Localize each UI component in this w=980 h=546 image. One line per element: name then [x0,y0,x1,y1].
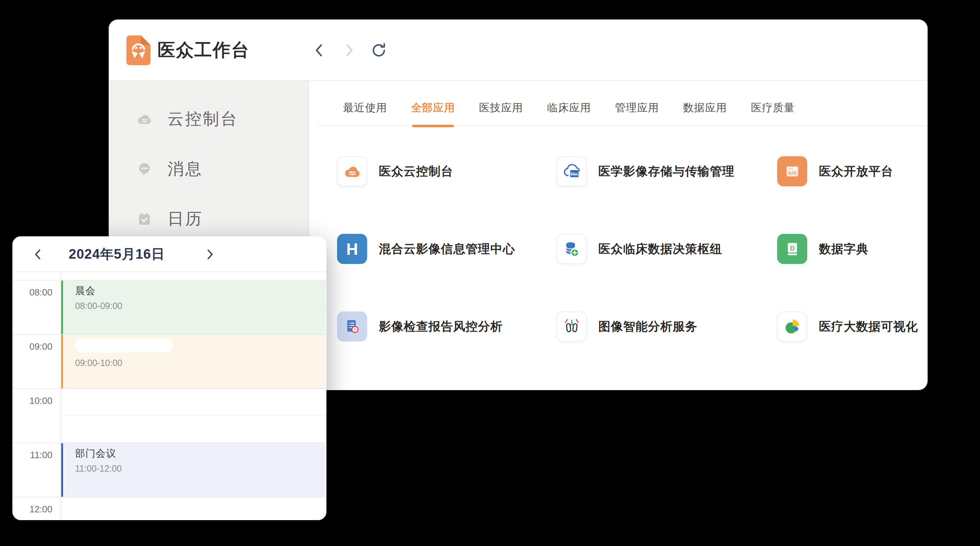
app-label: 图像智能分析服务 [598,319,697,335]
event-time: 09:00-10:00 [75,358,326,368]
app-item-open-platform[interactable]: </> 医众开放平台 [777,156,893,186]
calendar-event-morning-meeting[interactable]: 晨会 08:00-09:00 [60,280,326,334]
tab-medtech-apps[interactable]: 医技应用 [479,101,523,125]
app-label: 医众临床数据决策枢纽 [598,241,722,257]
back-button[interactable] [309,40,329,61]
calendar-check-icon [136,211,153,227]
app-item-bigdata-visualization[interactable]: 医疗大数据可视化 [777,311,918,342]
calendar-event-redacted[interactable]: 09:00-10:00 [60,334,326,388]
lungs-ai-analysis-icon [557,311,587,342]
window-header: 医众工作台 [109,19,928,81]
app-category-tabs: 最近使用 全部应用 医技应用 临床应用 管理应用 数据应用 医疗质量 [318,81,928,126]
clinical-data-hub-icon [557,234,587,264]
chevron-right-icon [342,42,356,59]
app-item-image-storage[interactable]: Mas 医学影像存储与传输管理 [557,156,735,186]
tab-medical-quality[interactable]: 医疗质量 [751,101,795,125]
sidebar-item-label: 消息 [167,158,203,180]
medical-image-storage-icon: Mas [557,156,587,186]
mas-badge-text: Mas [570,172,578,176]
time-label: 10:00 [13,396,52,406]
hour-gridline [13,334,326,335]
app-label: 医众开放平台 [819,163,893,180]
calendar-header: 2024年5月16日 [13,236,326,272]
chevron-right-icon [205,248,215,261]
h-glyph-text: H [346,241,358,257]
time-label: 08:00 [13,287,52,298]
time-column-divider [60,273,61,520]
tab-management-apps[interactable]: 管理应用 [615,101,659,125]
open-platform-icon: </> [777,156,807,186]
forward-button[interactable] [339,40,360,61]
event-time: 11:00-12:00 [75,463,326,474]
desktop-background: 医众工作台 [0,0,980,546]
event-time: 08:00-09:00 [75,301,326,311]
tab-all-apps[interactable]: 全部应用 [411,101,455,125]
tab-recently-used[interactable]: 最近使用 [343,101,387,125]
hour-gridline [13,497,326,498]
time-label: 09:00 [13,341,52,352]
app-label: 数据字典 [819,241,869,257]
refresh-icon [371,42,387,59]
calendar-day-grid: 晨会 08:00-09:00 09:00-10:00 部门会议 11:00-12… [13,273,326,520]
refresh-button[interactable] [369,40,389,61]
app-label: 医众云控制台 [379,163,453,180]
sidebar-item-label: 日历 [167,208,203,230]
event-title: 部门会议 [75,447,326,460]
calendar-prev-button[interactable] [27,236,48,272]
calendar-panel: 2024年5月16日 晨会 08:00-09:00 09:00-10:00 [13,236,326,520]
calendar-next-button[interactable] [199,236,221,272]
app-item-cloud-console[interactable]: 医众云控制台 [337,156,453,186]
app-label: 医学影像存储与传输管理 [598,163,735,180]
half-hour-gridline [61,415,326,416]
app-label: 医疗大数据可视化 [819,319,918,335]
app-title: 医众工作台 [158,19,250,81]
code-glyph-text: </> [789,171,796,176]
app-label: 影像检查报告风控分析 [379,319,503,335]
hour-gridline [13,388,326,389]
app-item-clinical-data-hub[interactable]: 医众临床数据决策枢纽 [557,234,722,264]
data-dictionary-icon: D [777,234,807,264]
time-label: 11:00 [13,450,52,461]
hour-gridline [13,280,326,281]
pie-chart-icon [777,311,807,342]
app-item-data-dictionary[interactable]: D 数据字典 [777,234,869,264]
browser-nav [309,19,389,81]
app-item-image-ai-analysis[interactable]: 图像智能分析服务 [557,311,697,342]
hour-gridline [13,442,326,443]
d-glyph-text: D [790,244,794,252]
calendar-event-department-meeting[interactable]: 部门会议 11:00-12:00 [60,442,326,497]
time-label: 12:00 [13,504,52,515]
redacted-event-title [75,338,173,353]
app-label: 混合云影像信息管理中心 [379,241,515,257]
event-title: 晨会 [75,284,326,298]
sidebar-item-label: 云控制台 [167,108,238,130]
calendar-date: 2024年5月16日 [51,236,182,272]
app-item-report-risk-analysis[interactable]: ! 影像检查报告风控分析 [337,311,503,342]
app-item-hybrid-cloud-imaging[interactable]: H 混合云影像信息管理中心 [337,234,515,264]
exclamation-glyph-text: ! [354,327,355,332]
chevron-left-icon [33,248,43,261]
report-risk-analysis-icon: ! [337,311,367,342]
sidebar-item-messages[interactable]: 消息 [136,151,203,187]
sidebar-item-cloud-console[interactable]: 云控制台 [136,101,238,137]
cloud-console-icon [337,156,367,186]
sidebar-item-calendar[interactable]: 日历 [136,201,203,237]
hybrid-cloud-imaging-icon: H [337,234,367,264]
chevron-left-icon [312,42,327,59]
tab-data-apps[interactable]: 数据应用 [683,101,727,125]
cloud-settings-icon [136,111,153,127]
message-bubble-icon [136,161,153,177]
tab-clinical-apps[interactable]: 临床应用 [547,101,591,125]
app-logo-icon [126,35,151,65]
